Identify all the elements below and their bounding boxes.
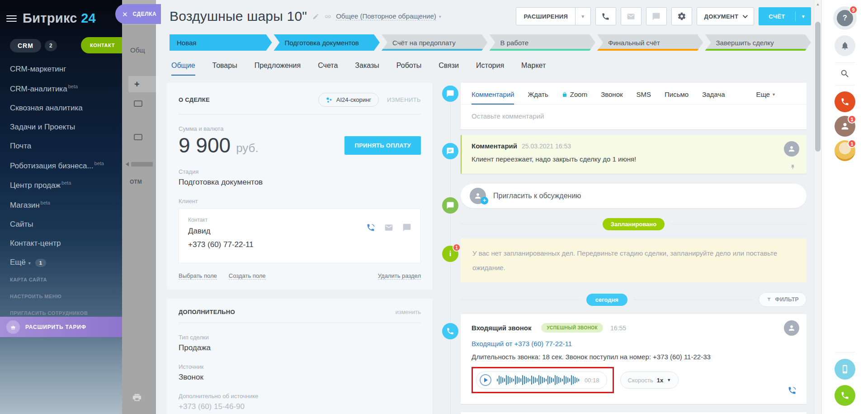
tab-Товары[interactable]: Товары	[212, 62, 237, 76]
pin-icon[interactable]	[790, 164, 796, 172]
chevron-down-icon[interactable]: ▼	[576, 14, 590, 19]
sidebar-item-crm[interactable]: CRM	[10, 39, 41, 52]
sidebar-item[interactable]: Почта	[10, 142, 122, 151]
document-button[interactable]: ДОКУМЕНТ	[697, 7, 755, 25]
incoming-from-link[interactable]: Входящий от +373 (60) 77-22-11	[472, 340, 796, 347]
stage-value[interactable]: Подготовка документов	[179, 178, 421, 187]
chevron-down-icon[interactable]: ▾	[439, 14, 441, 19]
upgrade-plan-button[interactable]: РАСШИРИТЬ ТАРИФ	[0, 317, 122, 337]
create-field-link[interactable]: Создать поле	[229, 272, 266, 280]
stage-step[interactable]: Новая	[170, 34, 272, 51]
sidebar-item[interactable]: Ещё▾1	[10, 258, 122, 267]
filter-button[interactable]: ФИЛЬТР	[759, 292, 807, 307]
close-icon[interactable]: ✕	[122, 11, 128, 18]
playback-speed-selector[interactable]: Скорость 1x ▼	[620, 371, 679, 389]
telephony-button[interactable]	[835, 385, 855, 406]
sidebar-footer-link[interactable]: ПРИГЛАСИТЬ СОТРУДНИКОВ	[10, 310, 122, 316]
call-button[interactable]	[595, 7, 616, 25]
edit-section-link[interactable]: ИЗМЕНИТЬ	[387, 96, 421, 103]
document-label: ДОКУМЕНТ	[697, 13, 741, 20]
comment-text: Клиент переезжает, надо закрыть сделку д…	[472, 155, 775, 163]
active-call-button[interactable]	[835, 91, 855, 112]
contact-phone[interactable]: +373 (60) 77-22-11	[188, 240, 254, 249]
chat-contact-icon[interactable]	[402, 223, 411, 232]
brand-logo[interactable]: Битрикс 24	[23, 11, 96, 26]
tab-Заказы[interactable]: Заказы	[355, 62, 379, 76]
timeline-tab-Ждать[interactable]: Ждать	[528, 90, 548, 98]
chat-button[interactable]	[646, 7, 667, 25]
ai-scoring-button[interactable]: AI24-скоринг	[318, 93, 379, 107]
search-button[interactable]	[840, 69, 850, 79]
invite-to-discussion-button[interactable]: + Пригласить к обсуждению	[461, 184, 807, 208]
sidebar-item[interactable]: Магазинbeta	[10, 200, 122, 210]
sidebar-footer-link[interactable]: НАСТРОИТЬ МЕНЮ	[10, 294, 122, 299]
timeline-tab-Звонок[interactable]: Звонок	[601, 90, 623, 98]
stage-step[interactable]: Счёт на предоплату	[382, 34, 488, 51]
link-icon[interactable]	[325, 13, 331, 20]
tab-Маркет[interactable]: Маркет	[521, 62, 546, 76]
stage-step[interactable]: Завершить сделку	[705, 34, 811, 51]
pipeline-selector[interactable]: Общее (Повторное обращение)	[336, 12, 436, 20]
hamburger-menu-icon[interactable]	[6, 15, 17, 22]
callback-phone-icon[interactable]	[788, 386, 797, 397]
call-waveform[interactable]	[497, 374, 579, 386]
about-deal-card: О СДЕЛКЕ AI24-скоринг ИЗМЕНИТЬ Сумма и в…	[167, 83, 433, 290]
email-contact-icon[interactable]	[384, 223, 393, 232]
contact-button[interactable]: КОНТАКТ	[81, 37, 122, 53]
select-field-link[interactable]: Выбрать поле	[179, 272, 217, 280]
help-button[interactable]: ? 9	[833, 6, 857, 30]
avatar[interactable]	[784, 320, 799, 336]
vertical-scrollbar[interactable]: ▲	[814, 0, 821, 414]
avatar[interactable]	[784, 141, 799, 157]
from-phone[interactable]: +373 (60) 77-22-11	[514, 340, 572, 347]
sidebar-footer-link[interactable]: КАРТА САЙТА	[10, 277, 122, 282]
stage-step[interactable]: В работе	[490, 34, 596, 51]
sidebar-item[interactable]: Задачи и Проекты	[10, 123, 122, 132]
timeline-tab-Zoom[interactable]: Zoom	[562, 90, 587, 98]
comment-card[interactable]: Комментарий 25.03.2021 16:53 Клиент пере…	[461, 135, 807, 174]
timeline-tab-Еще[interactable]: Еще▾	[756, 90, 775, 98]
comment-input[interactable]: Оставьте комментарий	[461, 105, 807, 129]
tab-Связи[interactable]: Связи	[439, 62, 459, 76]
accept-payment-button[interactable]: ПРИНЯТЬ ОПЛАТУ	[344, 136, 421, 155]
timeline-tab-Задача[interactable]: Задача	[702, 90, 725, 98]
chevron-down-icon[interactable]: ▼	[796, 14, 811, 19]
tab-Роботы[interactable]: Роботы	[396, 62, 421, 76]
section-title: О СДЕЛКЕ	[179, 96, 210, 103]
tab-История[interactable]: История	[476, 62, 504, 76]
sidebar-item[interactable]: Роботизация бизнеса...beta	[10, 161, 122, 171]
stage-step[interactable]: Подготовка документов	[274, 34, 380, 51]
mobile-app-button[interactable]	[835, 359, 855, 380]
edit-pencil-icon[interactable]	[312, 13, 319, 20]
sidebar-item[interactable]: Сайты	[10, 220, 122, 229]
sidebar-item[interactable]: Центр продажbeta	[10, 180, 122, 190]
contact-name[interactable]: Давид	[188, 227, 254, 236]
stage-step[interactable]: Финальный счёт	[597, 34, 703, 51]
tab-Счета[interactable]: Счета	[318, 62, 338, 76]
slider-tab-deal[interactable]: ✕ СДЕЛКА	[115, 4, 161, 24]
extensions-button[interactable]: РАСШИРЕНИЯ ▼	[516, 7, 590, 25]
contacts-button[interactable]: 1	[835, 116, 855, 137]
timeline-tab-Письмо[interactable]: Письмо	[665, 90, 689, 98]
user-avatar[interactable]: 1	[835, 140, 855, 161]
sidebar-item[interactable]: CRM-маркетинг	[10, 65, 122, 74]
delete-section-link[interactable]: Удалить раздел	[378, 272, 421, 280]
notifications-button[interactable]	[835, 35, 855, 56]
audio-player[interactable]: 00:18	[476, 371, 607, 389]
call-contact-icon[interactable]	[366, 223, 375, 232]
invoice-button[interactable]: СЧЁТ ▼	[759, 7, 811, 25]
email-button[interactable]	[621, 7, 642, 25]
tab-Общие[interactable]: Общие	[171, 62, 195, 76]
timeline-tab-Комментарий[interactable]: Комментарий	[472, 90, 514, 98]
no-planned-activities-notice: У вас нет запланированных дел. Передвинь…	[461, 238, 807, 282]
sidebar-item[interactable]: CRM-аналитикаbeta	[10, 84, 122, 94]
sidebar-item[interactable]: Контакт-центр	[10, 239, 122, 248]
tab-Предложения[interactable]: Предложения	[255, 62, 301, 76]
scroll-up-arrow[interactable]: ▲	[816, 2, 820, 6]
scrollbar-thumb[interactable]	[815, 22, 821, 152]
edit-section-link[interactable]: изменить	[395, 309, 421, 315]
timeline-tab-SMS[interactable]: SMS	[637, 90, 651, 98]
play-button[interactable]	[480, 374, 491, 386]
settings-gear-button[interactable]	[671, 7, 692, 25]
sidebar-item[interactable]: Сквозная аналитика	[10, 104, 122, 113]
